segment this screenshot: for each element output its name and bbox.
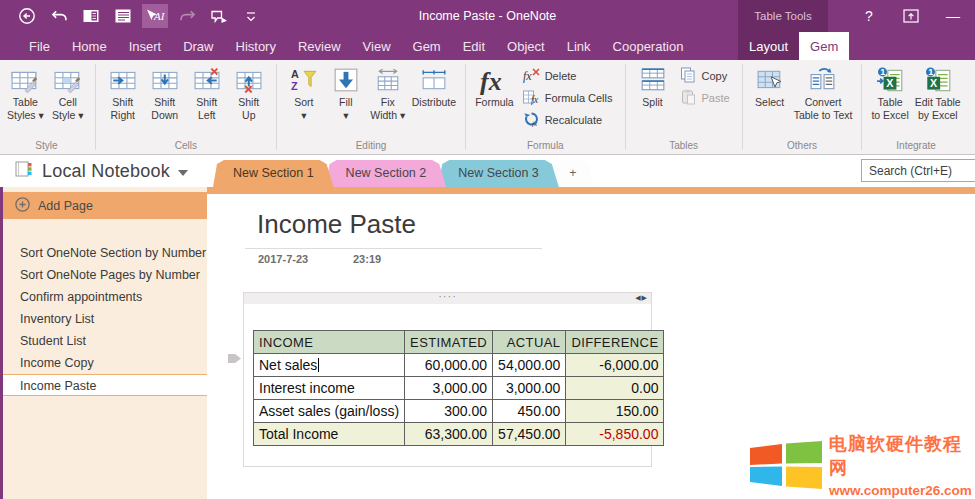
delete-button[interactable]: fxDelete bbox=[517, 66, 619, 86]
shift-left-button[interactable]: ShiftLeft bbox=[186, 63, 228, 139]
page-item-inventory-list[interactable]: Inventory List bbox=[0, 308, 207, 330]
page-item-student-list[interactable]: Student List bbox=[0, 330, 207, 352]
contextual-tab-layout[interactable]: Layout bbox=[738, 32, 799, 60]
split-button[interactable]: Split bbox=[632, 63, 674, 139]
customize-qat-button[interactable] bbox=[238, 4, 264, 28]
full-page-view-button[interactable] bbox=[110, 4, 136, 28]
cell-brush-icon bbox=[54, 64, 82, 96]
shift-down-button[interactable]: ShiftDown bbox=[144, 63, 186, 139]
table-brush-icon bbox=[11, 64, 39, 96]
table-cell[interactable]: 63,300.00 bbox=[405, 423, 493, 446]
table-cell[interactable]: 54,000.00 bbox=[493, 354, 566, 377]
page-canvas[interactable]: Income Paste 2017-7-23 23:19 ···· ◀▶ INC… bbox=[207, 187, 975, 499]
shift-up-button[interactable]: ShiftUp bbox=[228, 63, 270, 139]
tab-gem[interactable]: Gem bbox=[402, 32, 452, 60]
tab-edit[interactable]: Edit bbox=[452, 32, 496, 60]
paste-button[interactable]: Paste bbox=[674, 88, 736, 108]
section-tab-new-section-3[interactable]: New Section 3 bbox=[438, 160, 559, 187]
table-cell[interactable]: 57,450.00 bbox=[493, 423, 566, 446]
tab-review[interactable]: Review bbox=[287, 32, 352, 60]
button-label: Copy bbox=[702, 70, 728, 82]
section-tab-new-section-2[interactable]: New Section 2 bbox=[326, 160, 447, 187]
button-label: ConvertTable to Text bbox=[794, 96, 853, 122]
shift-right-button[interactable]: ShiftRight bbox=[102, 63, 144, 139]
select-text-button[interactable]: AI bbox=[142, 4, 168, 28]
table-styles-button[interactable]: TableStyles ▾ bbox=[4, 63, 47, 139]
resize-arrows-icon[interactable]: ◀▶ bbox=[635, 294, 648, 302]
column-header-difference[interactable]: DIFFERENCE bbox=[566, 331, 664, 354]
page-item-income-copy[interactable]: Income Copy bbox=[0, 352, 207, 374]
tab-history[interactable]: History bbox=[225, 32, 287, 60]
full-page-view-icon bbox=[114, 8, 132, 24]
dock-window-button[interactable] bbox=[78, 4, 104, 28]
distribute-button[interactable]: Distribute bbox=[409, 63, 459, 139]
column-header-income[interactable]: INCOME bbox=[254, 331, 405, 354]
minimize-button[interactable]: — bbox=[939, 4, 967, 28]
page-item-sort-onenote-pages-by-number[interactable]: Sort OneNote Pages by Number bbox=[0, 264, 207, 286]
table-cell[interactable]: 450.00 bbox=[493, 400, 566, 423]
fullscreen-icon[interactable] bbox=[897, 4, 925, 28]
notebook-switcher[interactable]: Local Notebook bbox=[0, 159, 207, 183]
page-item-income-paste[interactable]: Income Paste bbox=[0, 374, 207, 396]
table-cell[interactable]: 3,000.00 bbox=[405, 377, 493, 400]
formula-button[interactable]: fxFormula bbox=[472, 63, 517, 139]
group-separator bbox=[465, 64, 466, 150]
add-page-button[interactable]: Add Page bbox=[0, 192, 207, 219]
table-cell[interactable]: Asset sales (gain/loss) bbox=[254, 400, 405, 423]
tab-link[interactable]: Link bbox=[556, 32, 602, 60]
table-cell[interactable]: 3,000.00 bbox=[493, 377, 566, 400]
search-input[interactable] bbox=[861, 159, 975, 182]
contextual-tab-gem[interactable]: Gem bbox=[799, 32, 849, 60]
select-button[interactable]: Select bbox=[749, 63, 791, 139]
fx-delete-icon: fx bbox=[523, 67, 540, 85]
table-cell[interactable]: Interest income bbox=[254, 377, 405, 400]
edit-table-by-excel-button[interactable]: X1Edit Tableby Excel bbox=[912, 63, 964, 139]
table-cell[interactable]: 60,000.00 bbox=[405, 354, 493, 377]
svg-text:fx: fx bbox=[480, 67, 502, 95]
tab-cooperation[interactable]: Cooperation bbox=[602, 32, 695, 60]
page-title[interactable]: Income Paste bbox=[257, 209, 416, 240]
help-button[interactable]: ? bbox=[855, 4, 883, 28]
tab-object[interactable]: Object bbox=[496, 32, 556, 60]
recalculate-icon: fx bbox=[523, 111, 540, 129]
table-cell[interactable]: -6,000.00 bbox=[566, 354, 664, 377]
ribbon-group-tables: SplitCopyPasteTables bbox=[628, 60, 740, 154]
fill-button[interactable]: Fill▾ bbox=[325, 63, 367, 139]
table-cell[interactable]: Total Income bbox=[254, 423, 405, 446]
undo-button[interactable] bbox=[46, 4, 72, 28]
column-header-estimated[interactable]: ESTIMATED bbox=[405, 331, 493, 354]
convert-table-to-text-button[interactable]: ConvertTable to Text bbox=[791, 63, 856, 139]
note-container[interactable]: ···· ◀▶ INCOMEESTIMATEDACTUALDIFFERENCE … bbox=[243, 292, 652, 467]
fix-width-button[interactable]: FixWidth ▾ bbox=[367, 63, 409, 139]
add-page-label: Add Page bbox=[38, 199, 93, 213]
table-cell[interactable]: 300.00 bbox=[405, 400, 493, 423]
table-cell[interactable]: Net sales bbox=[254, 354, 405, 377]
left-accent-line bbox=[0, 187, 3, 499]
tab-view[interactable]: View bbox=[352, 32, 402, 60]
tab-insert[interactable]: Insert bbox=[118, 32, 173, 60]
cell-style-button[interactable]: CellStyle ▾ bbox=[47, 63, 89, 139]
tab-home[interactable]: Home bbox=[61, 32, 118, 60]
page-item-confirm-appointments[interactable]: Confirm appointments bbox=[0, 286, 207, 308]
paragraph-handle-icon[interactable] bbox=[228, 352, 241, 365]
tab-draw[interactable]: Draw bbox=[172, 32, 224, 60]
column-header-actual[interactable]: ACTUAL bbox=[493, 331, 566, 354]
table-cell[interactable]: -5,850.00 bbox=[566, 423, 664, 446]
formula-cells-button[interactable]: fxFormula Cells bbox=[517, 88, 619, 108]
table-cell[interactable]: 0.00 bbox=[566, 377, 664, 400]
recalculate-button[interactable]: fxRecalculate bbox=[517, 110, 619, 130]
tab-file[interactable]: File bbox=[18, 32, 61, 60]
page-item-sort-onenote-section-by-number[interactable]: Sort OneNote Section by Number bbox=[0, 242, 207, 264]
table-cell[interactable]: 150.00 bbox=[566, 400, 664, 423]
section-tab-new-section-1[interactable]: New Section 1 bbox=[213, 160, 334, 187]
back-button[interactable] bbox=[14, 4, 40, 28]
copy-button[interactable]: Copy bbox=[674, 66, 736, 86]
note-container-drag-bar[interactable]: ···· ◀▶ bbox=[244, 293, 651, 304]
button-label: Distribute bbox=[412, 96, 456, 109]
redo-button[interactable] bbox=[174, 4, 200, 28]
sort-button[interactable]: AZSort▾ bbox=[283, 63, 325, 139]
plus-circle-icon bbox=[15, 197, 30, 215]
table-to-excel-button[interactable]: X1Tableto Excel bbox=[868, 63, 911, 139]
pen-callout-button[interactable] bbox=[206, 4, 232, 28]
svg-text:AI: AI bbox=[153, 10, 166, 22]
